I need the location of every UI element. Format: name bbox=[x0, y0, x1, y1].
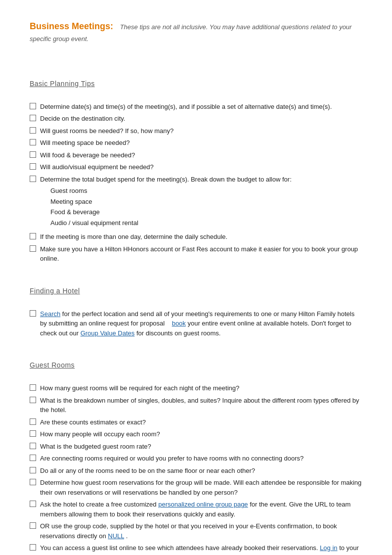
sub-item: Guest rooms bbox=[50, 186, 362, 196]
item-text: If the meeting is more than one day, det… bbox=[40, 232, 362, 242]
item-text: Will audio/visual equipment be needed? bbox=[40, 162, 362, 172]
checkbox[interactable] bbox=[30, 467, 36, 473]
item-text: What is the budgeted guest room rate? bbox=[40, 442, 362, 452]
checkbox[interactable] bbox=[30, 418, 36, 425]
checkbox[interactable] bbox=[30, 501, 36, 507]
list-item: Ask the hotel to create a free customize… bbox=[30, 500, 362, 519]
checkbox[interactable] bbox=[30, 310, 36, 317]
item-text: Will food & beverage be needed? bbox=[40, 150, 362, 160]
list-item: Determine how guest room reservations fo… bbox=[30, 478, 362, 497]
checkbox[interactable] bbox=[30, 443, 36, 449]
list-item: Will food & beverage be needed? bbox=[30, 150, 362, 160]
guest-rooms-checklist: How many guest rooms will be required fo… bbox=[30, 383, 362, 555]
list-item: How many guest rooms will be required fo… bbox=[30, 383, 362, 393]
null-link[interactable]: NULL bbox=[108, 532, 124, 540]
checkbox[interactable] bbox=[30, 115, 36, 121]
list-item: Determine date(s) and time(s) of the mee… bbox=[30, 102, 362, 112]
item-text: Determine the total budget spend for the… bbox=[40, 175, 362, 230]
checkbox[interactable] bbox=[30, 455, 36, 461]
section-basic-planning: Basic Planning Tips Determine date(s) an… bbox=[30, 79, 362, 264]
section-heading-basic-planning: Basic Planning Tips bbox=[30, 79, 362, 89]
item-text: Make sure you have a Hilton HHonors acco… bbox=[40, 244, 362, 264]
checkbox[interactable] bbox=[30, 245, 36, 252]
list-item: Make sure you have a Hilton HHonors acco… bbox=[30, 244, 362, 264]
checkbox[interactable] bbox=[30, 163, 36, 170]
list-item: Decide on the destination city. bbox=[30, 114, 362, 124]
section-guest-rooms: Guest Rooms How many guest rooms will be… bbox=[30, 360, 362, 555]
basic-planning-checklist: Determine date(s) and time(s) of the mee… bbox=[30, 102, 362, 264]
item-text: How many guest rooms will be required fo… bbox=[40, 383, 362, 393]
list-item: Will guest rooms be needed? If so, how m… bbox=[30, 126, 362, 136]
item-text: Will meeting space be needed? bbox=[40, 138, 362, 148]
checkbox[interactable] bbox=[30, 430, 36, 437]
checkbox[interactable] bbox=[30, 384, 36, 391]
checkbox[interactable] bbox=[30, 103, 36, 109]
item-text: You can access a guest list online to se… bbox=[40, 543, 362, 555]
checkbox[interactable] bbox=[30, 479, 36, 485]
item-text: Determine how guest room reservations fo… bbox=[40, 478, 362, 497]
search-link[interactable]: Search bbox=[40, 310, 60, 318]
list-item: You can access a guest list online to se… bbox=[30, 543, 362, 555]
page-title: Business Meetings: bbox=[30, 21, 113, 31]
item-text: Do all or any of the rooms need to be on… bbox=[40, 466, 362, 476]
checkbox[interactable] bbox=[30, 397, 36, 403]
item-text: Determine date(s) and time(s) of the mee… bbox=[40, 102, 362, 112]
list-item: OR use the group code, supplied by the h… bbox=[30, 521, 362, 541]
page-header: Business Meetings: These tips are not al… bbox=[30, 20, 362, 44]
checkbox[interactable] bbox=[30, 233, 36, 239]
sub-item: Meeting space bbox=[50, 197, 362, 207]
list-item: Determine the total budget spend for the… bbox=[30, 175, 362, 230]
list-item: Do all or any of the rooms need to be on… bbox=[30, 466, 362, 476]
header-subtitle-line2: specific group event. bbox=[30, 34, 362, 44]
item-text: How many people will occupy each room? bbox=[40, 429, 362, 439]
item-text: OR use the group code, supplied by the h… bbox=[40, 521, 362, 541]
checkbox[interactable] bbox=[30, 176, 36, 182]
section-heading-finding-hotel: Finding a Hotel bbox=[30, 286, 362, 296]
group-value-dates-link[interactable]: Group Value Dates bbox=[81, 329, 135, 337]
sub-item: Audio / visual equipment rental bbox=[50, 218, 362, 228]
checkbox[interactable] bbox=[30, 127, 36, 134]
log-in-link[interactable]: Log in bbox=[320, 544, 337, 552]
checkbox[interactable] bbox=[30, 522, 36, 529]
item-text: Search for the perfect location and send… bbox=[40, 309, 362, 338]
item-text: Are these counts estimates or exact? bbox=[40, 417, 362, 427]
list-item: Search for the perfect location and send… bbox=[30, 309, 362, 338]
item-text: Ask the hotel to create a free customize… bbox=[40, 500, 362, 519]
item-text: What is the breakdown number of singles,… bbox=[40, 396, 362, 415]
item-text: Are connecting rooms required or would y… bbox=[40, 454, 362, 463]
list-item: What is the budgeted guest room rate? bbox=[30, 442, 362, 452]
list-item: How many people will occupy each room? bbox=[30, 429, 362, 439]
sub-item: Food & beverage bbox=[50, 207, 362, 217]
list-item: Are these counts estimates or exact? bbox=[30, 417, 362, 427]
item-text: Will guest rooms be needed? If so, how m… bbox=[40, 126, 362, 136]
sub-items: Guest rooms Meeting space Food & beverag… bbox=[50, 186, 362, 228]
section-heading-guest-rooms: Guest Rooms bbox=[30, 360, 362, 370]
list-item: What is the breakdown number of singles,… bbox=[30, 396, 362, 415]
personalized-group-page-link[interactable]: personalized online group page bbox=[158, 501, 248, 508]
list-item: Will meeting space be needed? bbox=[30, 138, 362, 148]
item-text: Decide on the destination city. bbox=[40, 114, 362, 124]
list-item: If the meeting is more than one day, det… bbox=[30, 232, 362, 242]
checkbox[interactable] bbox=[30, 151, 36, 158]
header-subtitle-line1: These tips are not all inclusive. You ma… bbox=[120, 23, 352, 31]
section-finding-hotel: Finding a Hotel Search for the perfect l… bbox=[30, 286, 362, 338]
list-item: Will audio/visual equipment be needed? bbox=[30, 162, 362, 172]
book-link[interactable]: book bbox=[172, 320, 186, 327]
checkbox[interactable] bbox=[30, 544, 36, 551]
checkbox[interactable] bbox=[30, 139, 36, 145]
list-item: Are connecting rooms required or would y… bbox=[30, 454, 362, 463]
finding-hotel-checklist: Search for the perfect location and send… bbox=[30, 309, 362, 338]
